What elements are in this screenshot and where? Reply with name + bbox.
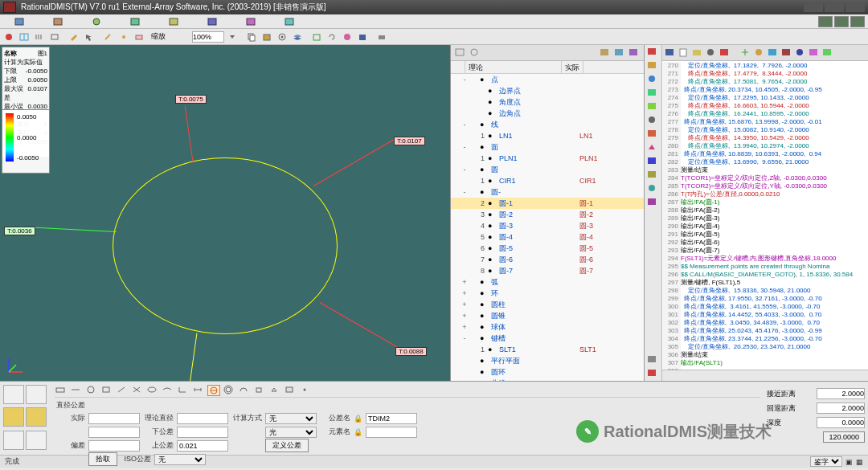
- tool-paste-icon[interactable]: [260, 31, 274, 43]
- ficon-11[interactable]: [207, 385, 220, 396]
- tree-tool-5-icon[interactable]: [628, 47, 641, 59]
- tree-row[interactable]: -●圆: [451, 164, 644, 175]
- tool-layers-icon[interactable]: [290, 31, 305, 43]
- ficon-6[interactable]: [131, 385, 144, 396]
- bbtn-6-icon[interactable]: [26, 431, 47, 450]
- ficon-12[interactable]: [223, 385, 235, 396]
- otool-9-icon[interactable]: [780, 47, 793, 59]
- tree-tool-3-icon[interactable]: [599, 47, 612, 59]
- otool-4-icon[interactable]: [705, 47, 718, 59]
- status-select[interactable]: 鉴字: [810, 456, 842, 467]
- tree-row[interactable]: 7●圆-6圆-6: [451, 254, 644, 265]
- tree-row[interactable]: 6●圆-5圆-5: [451, 243, 644, 254]
- tool-export-icon[interactable]: [309, 31, 324, 43]
- vtool-1-icon[interactable]: [646, 47, 661, 59]
- menu-item-6[interactable]: [196, 16, 228, 27]
- tree-row[interactable]: ●平行平面: [451, 355, 644, 366]
- sel-r2[interactable]: 光: [265, 427, 317, 438]
- ficon-2[interactable]: [70, 385, 83, 396]
- btn-pick[interactable]: 拾取: [88, 452, 117, 466]
- ficon-10[interactable]: [192, 385, 205, 396]
- tree-tool-4-icon[interactable]: [613, 47, 626, 59]
- btn-rpanel[interactable]: 120.0000: [823, 431, 865, 443]
- ficon-1[interactable]: [55, 385, 68, 396]
- inp-lower-tol[interactable]: [177, 427, 228, 438]
- tool-snap-icon[interactable]: [47, 31, 62, 43]
- otool-6-icon[interactable]: [739, 47, 752, 59]
- tree-tool-1-icon[interactable]: [454, 47, 467, 59]
- minimize-button[interactable]: [804, 2, 823, 12]
- vtool-9-icon[interactable]: [646, 156, 661, 169]
- viewport-3d[interactable]: 名称图1 计算为实际值下限-0.0050上限0.0050最大误差0.0107最小…: [0, 45, 450, 381]
- ficon-8[interactable]: [162, 385, 174, 396]
- tree-row[interactable]: ●角度点: [451, 96, 644, 108]
- ficon-4[interactable]: [100, 385, 113, 396]
- status-icon-1[interactable]: ▣: [845, 458, 853, 466]
- vtool-8-icon[interactable]: [646, 142, 661, 155]
- bbtn-5-icon[interactable]: [3, 431, 24, 450]
- menu-right-2[interactable]: [834, 16, 849, 27]
- status-icon-2[interactable]: ▦: [856, 458, 863, 466]
- inp-upper-tol[interactable]: [177, 440, 228, 452]
- otool-7-icon[interactable]: [753, 47, 766, 59]
- tool-grid-icon[interactable]: [17, 31, 31, 43]
- inp-depth[interactable]: [817, 417, 865, 428]
- otool-8-icon[interactable]: [767, 47, 780, 59]
- otool-11-icon[interactable]: [808, 47, 821, 59]
- close-button[interactable]: [845, 2, 865, 12]
- tool-eraser-icon[interactable]: [132, 31, 146, 43]
- otool-folder-icon[interactable]: [691, 47, 704, 59]
- tree-row[interactable]: 5●圆-4圆-4: [451, 231, 644, 243]
- tree-row[interactable]: ●边界点: [451, 85, 644, 96]
- inp-theo-dia[interactable]: [177, 413, 228, 424]
- ficon-5[interactable]: [116, 385, 129, 396]
- inp-tol-name[interactable]: [366, 413, 417, 424]
- tool-print-icon[interactable]: [375, 31, 389, 43]
- tree-tool-2-icon[interactable]: [469, 47, 481, 59]
- bbtn-1-icon[interactable]: [3, 385, 24, 404]
- zoom-dropdown-icon[interactable]: [225, 31, 240, 43]
- otool-doc-icon[interactable]: [678, 47, 690, 59]
- tree-row[interactable]: 4●圆-3圆-3: [451, 220, 644, 231]
- ficon-16[interactable]: [284, 385, 297, 396]
- tree-row[interactable]: 3●圆-2圆-2: [451, 209, 644, 220]
- tool-align-icon[interactable]: [32, 31, 47, 43]
- tree-row[interactable]: -●键槽: [451, 333, 644, 344]
- vtool-3-icon[interactable]: [646, 74, 661, 87]
- inp-retract[interactable]: [817, 403, 865, 414]
- ficon-14[interactable]: [253, 385, 266, 396]
- vtool-10-icon[interactable]: [646, 170, 661, 182]
- tree-row[interactable]: -●点: [451, 74, 644, 85]
- tree-row[interactable]: 1●PLN1PLN1: [451, 153, 644, 164]
- menu-item-4[interactable]: [119, 16, 151, 27]
- menu-right-1[interactable]: [818, 16, 833, 27]
- maximize-button[interactable]: [825, 2, 844, 12]
- tree-row[interactable]: 1●LN1LN1: [451, 130, 644, 141]
- tool-select-icon[interactable]: [82, 31, 96, 43]
- otool-12-icon[interactable]: [821, 47, 834, 59]
- tool-refresh-icon[interactable]: [325, 31, 339, 43]
- vtool-7-icon[interactable]: [646, 129, 661, 141]
- tree-row[interactable]: ●圆环: [451, 366, 644, 378]
- tree-row[interactable]: 8●圆-7圆-7: [451, 265, 644, 276]
- tool-config-icon[interactable]: [275, 31, 289, 43]
- vtool-11-icon[interactable]: [646, 183, 661, 196]
- menu-item-7[interactable]: [235, 16, 267, 27]
- tree-row[interactable]: 2●圆-1圆-1: [451, 198, 644, 209]
- bbtn-4-icon[interactable]: [26, 407, 47, 427]
- vtool-12-icon[interactable]: [646, 197, 661, 210]
- inp-r2-1[interactable]: [88, 427, 140, 438]
- vtool-bottom-1-icon[interactable]: [646, 354, 661, 367]
- menu-item-1[interactable]: [3, 16, 35, 27]
- tree-row[interactable]: -●圆-: [451, 186, 644, 198]
- tree-row[interactable]: +●弧: [451, 276, 644, 288]
- ficon-17[interactable]: [299, 385, 312, 396]
- inp-actual[interactable]: [88, 413, 140, 424]
- menu-item-5[interactable]: [158, 16, 190, 27]
- vtool-2-icon[interactable]: [646, 60, 661, 73]
- bbtn-3-icon[interactable]: [3, 407, 24, 427]
- otool-10-icon[interactable]: [794, 47, 807, 59]
- tree-body[interactable]: -●点●边界点●角度点●边角点-●线1●LN1LN1-●面1●PLN1PLN1-…: [451, 74, 644, 381]
- tree-row[interactable]: ●边角点: [451, 108, 644, 119]
- otool-5-icon[interactable]: [719, 47, 731, 59]
